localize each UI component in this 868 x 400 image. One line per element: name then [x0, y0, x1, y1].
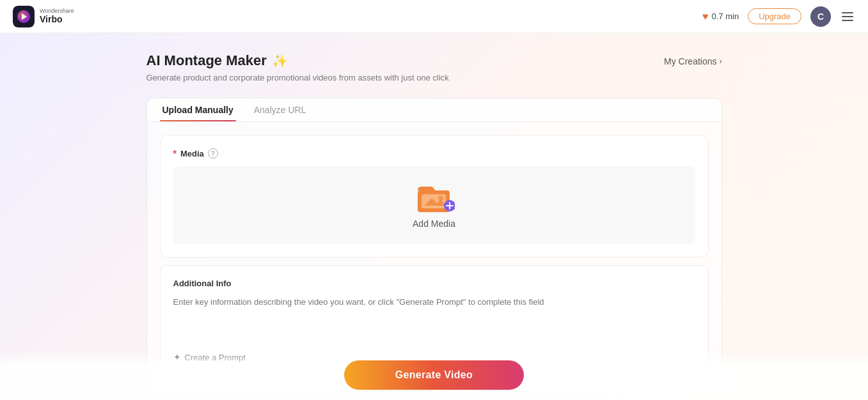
menu-line-2	[842, 16, 853, 17]
tab-bar: Upload Manually Analyze URL	[147, 98, 722, 122]
media-help-icon[interactable]: ?	[208, 148, 218, 158]
generate-video-button[interactable]: Generate Video	[344, 360, 524, 390]
minutes-value: 0.7 min	[711, 12, 739, 21]
content-card: Upload Manually Analyze URL * Media ?	[146, 98, 722, 392]
brand-name: Wondershare Virbo	[40, 8, 74, 24]
chevron-right-icon: ›	[720, 57, 722, 66]
media-upload-area[interactable]: Add Media	[173, 166, 695, 244]
svg-point-6	[438, 196, 443, 201]
header: Wondershare Virbo ♥ 0.7 min Upgrade C	[0, 0, 868, 33]
upgrade-button[interactable]: Upgrade	[748, 8, 801, 24]
page-title-text: AI Montage Maker	[146, 52, 267, 69]
tab-upload-manually[interactable]: Upload Manually	[160, 98, 236, 121]
additional-info-textarea[interactable]	[173, 296, 695, 347]
content-wrapper: AI Montage Maker ✨ Generate product and …	[134, 52, 735, 392]
menu-line-3	[842, 20, 853, 21]
page-header: AI Montage Maker ✨ Generate product and …	[146, 52, 722, 82]
my-creations-link[interactable]: My Creations ›	[664, 56, 722, 66]
avatar[interactable]: C	[810, 6, 831, 27]
main-content: AI Montage Maker ✨ Generate product and …	[0, 33, 868, 400]
brand-virbo: Virbo	[40, 15, 74, 24]
heart-icon: ♥	[702, 11, 709, 22]
brand-logo: Wondershare Virbo	[13, 6, 74, 27]
required-star: *	[173, 148, 177, 158]
logo-icon	[13, 6, 35, 27]
page-title: AI Montage Maker ✨	[146, 52, 449, 69]
media-section-label: * Media ?	[173, 148, 695, 158]
menu-line-1	[842, 12, 853, 13]
minutes-badge: ♥ 0.7 min	[702, 11, 739, 22]
page-title-section: AI Montage Maker ✨ Generate product and …	[146, 52, 449, 82]
generate-btn-container: Generate Video	[0, 350, 868, 400]
add-media-label-text: Add Media	[413, 219, 455, 229]
additional-info-label: Additional Info	[173, 279, 695, 288]
page-subtitle: Generate product and corporate promotion…	[146, 73, 449, 82]
my-creations-label: My Creations	[664, 56, 716, 66]
media-label-text: Media	[180, 149, 204, 158]
header-right: ♥ 0.7 min Upgrade C	[702, 6, 855, 27]
add-media-icon	[416, 181, 452, 212]
hamburger-menu-icon[interactable]	[840, 12, 855, 21]
media-section-card: * Media ?	[160, 135, 709, 258]
wand-icon: ✨	[272, 53, 288, 68]
tab-analyze-url[interactable]: Analyze URL	[251, 98, 309, 121]
